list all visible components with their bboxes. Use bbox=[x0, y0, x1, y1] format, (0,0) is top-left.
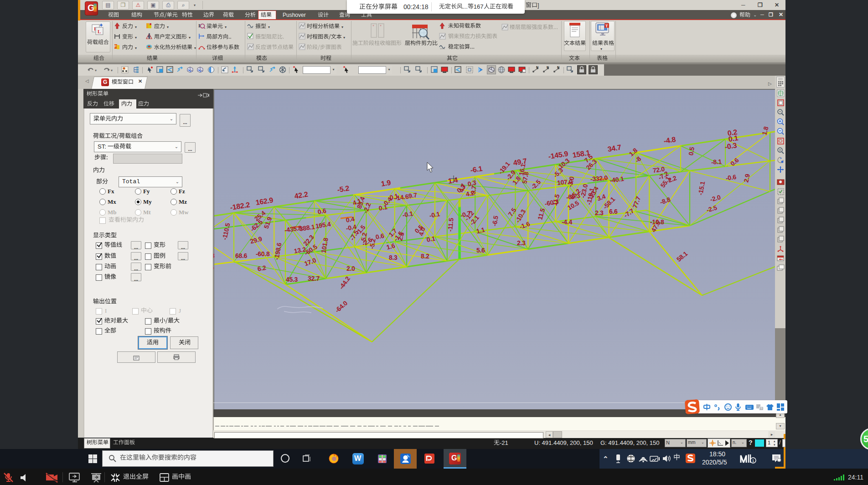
svg-text:12: 12 bbox=[760, 407, 764, 410]
svg-text:L: L bbox=[98, 29, 101, 34]
svg-text:F: F bbox=[114, 44, 117, 48]
svg-text:1: 1 bbox=[752, 459, 754, 463]
svg-text:N: N bbox=[557, 66, 559, 69]
svg-text:N: N bbox=[547, 66, 549, 69]
svg-text:N: N bbox=[536, 66, 538, 69]
svg-text:T: T bbox=[605, 24, 608, 28]
svg-text:I: I bbox=[198, 23, 200, 28]
